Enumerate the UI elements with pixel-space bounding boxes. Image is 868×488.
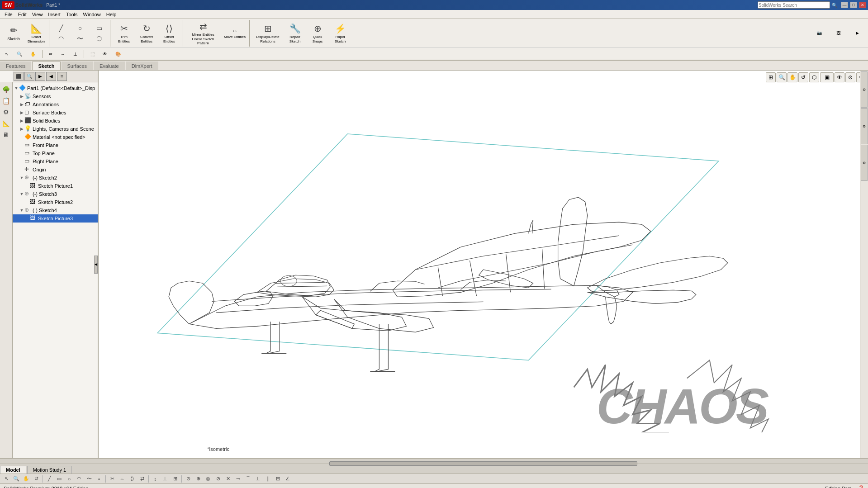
repair-sketch-button[interactable]: 🔧 RepairSketch — [284, 22, 306, 45]
viewport-canvas[interactable]: CHAOS ⊞ 🔍 ✋ ↺ ⬡ ▣ 👁 ⊘ ⚙ *Isometric ⚙ ⚙ ⚙ — [99, 71, 868, 458]
right-panel-btn3[interactable]: ⚙ — [861, 145, 868, 181]
tab-features[interactable]: Features — [0, 62, 31, 70]
scrollbar-thumb[interactable] — [329, 461, 637, 466]
snap-perpendicular[interactable]: ⊥ — [253, 475, 262, 483]
maximize-button[interactable]: □ — [850, 2, 857, 8]
tree-item-right-plane[interactable]: ▭ Right Plane — [13, 157, 98, 166]
tree-item-sketch3[interactable]: ▼ ⊕ (-) Sketch3 — [13, 190, 98, 198]
sidebar-btn-5[interactable]: ≡ — [57, 72, 67, 81]
spline-button[interactable]: 〜 — [71, 34, 89, 43]
tab-surfaces[interactable]: Surfaces — [62, 62, 93, 70]
tree-item-sketch-pic1[interactable]: 🖼 Sketch Picture1 — [13, 182, 98, 190]
right-panel-btn1[interactable]: ⚙ — [861, 71, 868, 108]
tree-item-sketch-pic2[interactable]: 🖼 Sketch Picture2 — [13, 198, 98, 206]
bt-mirror[interactable]: ⇄ — [138, 475, 147, 483]
tree-item-material[interactable]: 🔶 Material <not specified> — [13, 133, 98, 141]
snap-angle[interactable]: ∠ — [283, 475, 292, 483]
menu-file[interactable]: File — [2, 11, 15, 18]
bt-trim[interactable]: ✂ — [108, 475, 117, 483]
menu-window[interactable]: Window — [81, 11, 104, 18]
sidebar-btn-1[interactable]: ⬛ — [14, 72, 24, 81]
configmanager-icon[interactable]: ⚙ — [0, 107, 12, 118]
polygon-button[interactable]: ⬡ — [90, 34, 108, 43]
bt-circle[interactable]: ○ — [65, 475, 74, 483]
tree-item-top-plane[interactable]: ▭ Top Plane — [13, 149, 98, 157]
right-panel-btn2[interactable]: ⚙ — [861, 108, 868, 144]
sidebar-btn-3[interactable]: ▶ — [35, 72, 45, 81]
rapid-sketch-button[interactable]: ⚡ RapidSketch — [329, 22, 351, 45]
color-button[interactable]: 🎨 — [112, 50, 124, 58]
tree-item-origin[interactable]: ✛ Origin — [13, 166, 98, 174]
snap-quadrant[interactable]: ⊘ — [213, 475, 223, 483]
tree-item-lights[interactable]: ▶ 💡 Lights, Cameras and Scene — [13, 125, 98, 133]
bt-display[interactable]: ⊞ — [171, 475, 180, 483]
bt-rotate[interactable]: ↺ — [32, 475, 41, 483]
minimize-button[interactable]: — — [841, 2, 848, 8]
quick-snaps-button[interactable]: ⊕ QuickSnaps — [307, 22, 328, 45]
zoom-button[interactable]: 🔍 — [14, 50, 25, 58]
menu-insert[interactable]: Insert — [45, 11, 63, 18]
display-delete-button[interactable]: ⊞ Display/Delete Relations — [252, 22, 283, 45]
close-button[interactable]: ✕ — [859, 2, 866, 8]
tree-item-sketch2[interactable]: ▼ ⊕ (-) Sketch2 — [13, 174, 98, 182]
bt-select[interactable]: ↖ — [2, 475, 11, 483]
horizontal-scrollbar[interactable] — [0, 458, 868, 464]
photo-button[interactable]: 🖼 — [829, 30, 847, 37]
camera-button[interactable]: 📷 — [810, 30, 828, 37]
sidebar-btn-4[interactable]: ◀ — [46, 72, 56, 81]
rect-button[interactable]: ▭ — [90, 24, 108, 33]
move-entities-button[interactable]: ↔ Move Entities — [222, 26, 247, 40]
bt-spline[interactable]: 〜 — [85, 475, 94, 483]
menu-tools[interactable]: Tools — [63, 11, 81, 18]
sketch-button[interactable]: ✏ Sketch — [3, 22, 24, 45]
tree-item-sketch-pic3[interactable]: 🖼 Sketch Picture3 — [13, 214, 98, 223]
tab-sketch[interactable]: Sketch — [32, 62, 60, 70]
snap-grid[interactable]: ⊞ — [273, 475, 282, 483]
bt-pan[interactable]: ✋ — [22, 475, 31, 483]
rotate-view-button[interactable]: ↺ — [798, 72, 808, 82]
bt-offset[interactable]: ⟨⟩ — [128, 475, 137, 483]
featuretree-icon[interactable]: 🌳 — [0, 84, 12, 95]
snap-nearest[interactable]: ⊸ — [233, 475, 242, 483]
convert-button[interactable]: ↻ ConvertEntities — [136, 22, 157, 45]
tab-evaluate[interactable]: Evaluate — [94, 62, 125, 70]
snap-center[interactable]: ◎ — [204, 475, 213, 483]
propertymanager-icon[interactable]: 📋 — [0, 95, 12, 106]
tree-item-sensors[interactable]: ▶ 📡 Sensors — [13, 92, 98, 100]
tree-item-part1[interactable]: ▼ 🔷 Part1 (Default<<Default>_Disp — [13, 84, 98, 92]
pointer-button[interactable]: ↖ — [2, 50, 12, 58]
tree-item-surface-bodies[interactable]: ▶ ◻ Surface Bodies — [13, 109, 98, 117]
displaymanager-icon[interactable]: 🖥 — [0, 129, 12, 140]
arc-button[interactable]: ◠ — [52, 34, 70, 43]
line-button[interactable]: ╱ — [52, 24, 70, 33]
snap-parallel[interactable]: ∥ — [263, 475, 272, 483]
bt-relation[interactable]: ⊥ — [161, 475, 170, 483]
sidebar-collapse-handle[interactable]: ◀ — [94, 256, 98, 274]
select-all-button[interactable]: ⬚ — [87, 50, 98, 58]
pan-button[interactable]: ✋ — [27, 50, 39, 58]
tree-item-sketch4[interactable]: ▼ ⊕ (-) Sketch4 — [13, 206, 98, 214]
zoom-select-button[interactable]: 🔍 — [777, 72, 787, 82]
bt-rect[interactable]: ▭ — [55, 475, 64, 483]
tree-item-front-plane[interactable]: ▭ Front Plane — [13, 141, 98, 149]
bt-point[interactable]: • — [95, 475, 104, 483]
snap-tangent[interactable]: ⌒ — [243, 475, 252, 483]
help-button[interactable]: ❓ — [858, 485, 864, 488]
section-view-button[interactable]: ⊘ — [845, 72, 855, 82]
menu-help[interactable]: Help — [104, 11, 119, 18]
trim-button[interactable]: ✂ TrimEntities — [113, 22, 135, 45]
offset-button[interactable]: ⟨⟩ OffsetEntities — [158, 22, 180, 45]
hide-button[interactable]: 👁 — [100, 50, 110, 58]
mirror-button[interactable]: ⇄ Mirror Entities Linear Sketch Pattern — [185, 19, 221, 47]
bt-line[interactable]: ╱ — [45, 475, 54, 483]
relation-button[interactable]: ⊥ — [70, 50, 81, 58]
tab-dimxpert[interactable]: DimXpert — [126, 62, 158, 70]
pan-view-button[interactable]: ✋ — [787, 72, 797, 82]
snap-midpoint[interactable]: ⊕ — [194, 475, 203, 483]
circle-button[interactable]: ○ — [71, 24, 89, 33]
zoom-fit-button[interactable]: ⊞ — [766, 72, 776, 82]
bt-arc[interactable]: ◠ — [75, 475, 84, 483]
search-input[interactable] — [758, 1, 830, 9]
bt-dimension[interactable]: ↕ — [151, 475, 160, 483]
display-style-button[interactable]: ▣ — [820, 72, 834, 82]
